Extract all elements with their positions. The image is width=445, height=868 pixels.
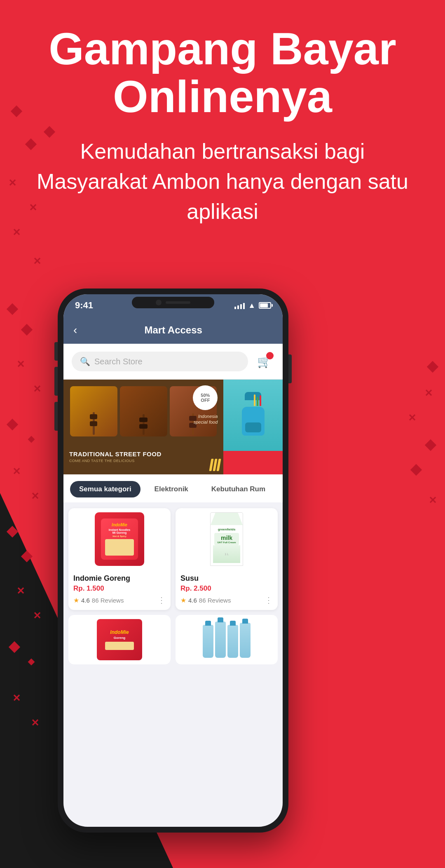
deco-x-8: ✕ (31, 490, 39, 502)
product-rating-row-indomie: ★ 4.6 86 Reviews ⋮ (73, 595, 166, 605)
deco-diamond-5 (21, 324, 33, 335)
bottom-card-indomie[interactable]: IndoMie Goreng (68, 615, 171, 664)
discount-value: 50% (201, 393, 210, 398)
banner-secondary-red (223, 451, 283, 475)
product-rating-susu: ★ 4.6 86 Reviews (180, 596, 231, 604)
banner-area: 50% OFF Indonesiaspecial food TRADITIONA… (63, 380, 283, 474)
water-bottle-3 (227, 625, 238, 658)
deco-x-10: ✕ (33, 610, 41, 622)
app-header: ‹ Mart Access (63, 317, 283, 344)
cart-badge-dot (268, 354, 272, 357)
banner-main[interactable]: 50% OFF Indonesiaspecial food TRADITIONA… (63, 380, 223, 474)
milk-word: milk (217, 535, 236, 541)
deco-rdiamond-3 (410, 464, 422, 476)
deco-rdiamond-1 (427, 361, 438, 373)
bottles-row (203, 622, 251, 658)
deco-x-12: ✕ (31, 717, 39, 729)
star-icon-susu: ★ (180, 596, 186, 604)
deco-diamond-6 (7, 419, 18, 430)
deco-diamond-4 (7, 303, 18, 315)
category-all-label: Semua kategori (79, 485, 131, 493)
status-time: 9:41 (75, 300, 93, 311)
review-count-susu: 86 Reviews (199, 597, 231, 604)
banner-strips (207, 455, 223, 474)
categories-scroll: Semua kategori Elektronik Kebutuhan Rum (70, 481, 276, 497)
banner-bottom-text: TRADITIONAL STREET FOOD COME AND TASTE T… (69, 450, 162, 463)
milk-brand: greenfields (218, 528, 236, 531)
deco-x-7: ✕ (12, 466, 21, 477)
indomie-noodles-visual (105, 539, 134, 556)
banner-subtitle: COME AND TASTE THE DELICIOUS (69, 459, 162, 463)
category-kebutuhan-label: Kebutuhan Rum (211, 485, 265, 493)
battery-fill (260, 303, 268, 307)
main-title: Gampang Bayar Onlinenya (33, 25, 412, 120)
category-all[interactable]: Semua kategori (70, 481, 141, 497)
banner-food-img-2 (120, 386, 167, 436)
categories-area: Semua kategori Elektronik Kebutuhan Rum (63, 474, 283, 502)
category-elektronik-label: Elektronik (155, 485, 188, 493)
phone-button-vol-down (54, 402, 58, 431)
phone-notch (132, 297, 214, 308)
indomie-text: Instant NoodlesMi Goreng (109, 528, 131, 534)
indomie-logo: IndoMie (112, 523, 127, 527)
deco-x-3: ✕ (12, 227, 21, 238)
search-input-wrap[interactable]: 🔍 Search Store (72, 352, 248, 371)
search-area: 🔍 Search Store 🛒 (63, 344, 283, 380)
signal-bars (234, 302, 245, 309)
product-rating-row-susu: ★ 4.6 86 Reviews ⋮ (180, 595, 273, 605)
product-price-indomie: Rp. 1.500 (73, 584, 166, 593)
indomie-box-noodle (105, 642, 134, 650)
indomie-box: IndoMie Goreng (97, 619, 142, 660)
product-image-indomie: IndoMie Instant NoodlesMi Goreng Hot & S… (68, 508, 171, 570)
products-area: IndoMie Instant NoodlesMi Goreng Hot & S… (63, 502, 283, 670)
deco-rx-3: ✕ (429, 495, 437, 506)
category-elektronik[interactable]: Elektronik (145, 481, 197, 497)
indomie-pack: IndoMie Instant NoodlesMi Goreng Hot & S… (95, 512, 144, 566)
backpack-pocket (245, 422, 261, 432)
header-section: Gampang Bayar Onlinenya Kemudahan bertra… (0, 25, 445, 226)
battery-icon (259, 302, 271, 309)
signal-bar-2 (237, 305, 239, 309)
phone-camera (156, 300, 162, 305)
product-price-susu: Rp. 2.500 (180, 584, 273, 593)
category-kebutuhan[interactable]: Kebutuhan Rum (202, 481, 274, 497)
product-info-indomie: Indomie Goreng Rp. 1.500 ★ 4.6 86 Review… (68, 570, 171, 610)
cart-badge (266, 352, 274, 359)
indomie-variant: Hot & Spicy (112, 535, 126, 537)
strip-3 (217, 459, 221, 471)
indomie-inner: IndoMie Instant NoodlesMi Goreng Hot & S… (101, 518, 138, 560)
subtitle: Kemudahan bertransaksi bagi Masyarakat A… (33, 136, 412, 226)
search-placeholder: Search Store (94, 357, 143, 366)
rating-value-indomie: 4.6 (81, 597, 90, 604)
deco-rx-2: ✕ (408, 412, 416, 424)
phone-mockup: 9:41 ▲ ‹ Mart Access (58, 289, 288, 833)
discount-sub: OFF (201, 398, 210, 403)
more-icon-indomie[interactable]: ⋮ (157, 595, 166, 605)
deco-x-4: ✕ (33, 256, 41, 267)
indomie-box-logo: IndoMie (110, 629, 129, 635)
app-title: Mart Access (84, 324, 273, 336)
bottom-products: IndoMie Goreng (68, 615, 278, 664)
milk-bottom: 1 L (213, 545, 240, 563)
product-name-susu: Susu (180, 574, 273, 583)
deco-x-6: ✕ (33, 383, 41, 395)
water-bottle-1 (203, 625, 213, 658)
phone-button-mute (54, 342, 58, 361)
cart-button[interactable]: 🛒 (254, 351, 274, 372)
milk-carton-top (211, 513, 243, 525)
banner-secondary[interactable] (223, 380, 283, 474)
wifi-icon: ▲ (248, 301, 255, 310)
milk-volume: 1 L (225, 553, 229, 556)
food-visual-2 (120, 396, 167, 436)
product-card-indomie[interactable]: IndoMie Instant NoodlesMi Goreng Hot & S… (68, 508, 171, 610)
bottom-card-water[interactable] (176, 615, 278, 664)
indomie-box-text: Goreng (114, 636, 125, 640)
back-button[interactable]: ‹ (73, 324, 77, 337)
more-icon-susu[interactable]: ⋮ (265, 595, 273, 605)
star-icon-indomie: ★ (73, 596, 79, 604)
milk-carton-body: greenfields milk UHT Full Cream 1 L (211, 525, 243, 565)
product-card-susu[interactable]: greenfields milk UHT Full Cream 1 L (176, 508, 278, 610)
backpack-visual (223, 380, 283, 451)
deco-sdiamond-1 (28, 436, 35, 443)
deco-x-9: ✕ (16, 585, 25, 597)
